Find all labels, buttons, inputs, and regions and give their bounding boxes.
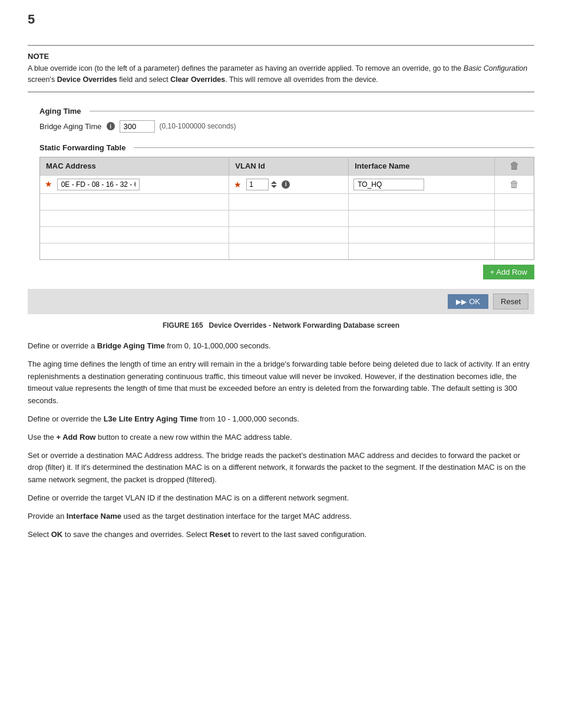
note-text: A blue override icon (to the left of a p… (28, 63, 534, 85)
delete-row-icon[interactable]: 🗑 (510, 179, 519, 189)
empty-mac (40, 210, 229, 226)
empty-mac (40, 193, 229, 210)
body-para-6: Define or override the target VLAN ID if… (28, 492, 534, 505)
vlan-spinner[interactable] (271, 181, 279, 188)
bridge-aging-hint: (0,10-1000000 seconds) (160, 122, 236, 130)
empty-iface (349, 193, 495, 210)
row-delete-cell: 🗑 (495, 175, 534, 193)
empty-vlan (229, 243, 349, 259)
col-interface-name: Interface Name (349, 157, 495, 176)
bridge-aging-info-icon[interactable]: i (107, 122, 115, 130)
ok-button[interactable]: ▶▶ OK (448, 294, 488, 309)
note-box: NOTE A blue override icon (to the left o… (28, 45, 534, 93)
add-row-button[interactable]: + Add Row (483, 265, 534, 279)
body-para-1: Define or override a Bridge Aging Time f… (28, 340, 534, 353)
vlan-input[interactable] (246, 179, 269, 190)
table-row-empty-2 (40, 210, 534, 226)
empty-iface (349, 210, 495, 226)
ok-label: OK (469, 297, 480, 306)
table-row-empty-4 (40, 243, 534, 259)
bridge-aging-label: Bridge Aging Time (39, 122, 102, 131)
body-para-7: Provide an Interface Name used as the ta… (28, 510, 534, 523)
delete-all-icon[interactable]: 🗑 (510, 161, 519, 171)
empty-vlan (229, 193, 349, 210)
ok-arrows-icon: ▶▶ (456, 298, 467, 306)
table-header-row: MAC Address VLAN Id Interface Name 🗑 (40, 157, 534, 176)
add-row-container: + Add Row (39, 265, 534, 285)
aging-section: Aging Time Bridge Aging Time i (0,10-100… (39, 107, 534, 133)
mac-override-star: ★ (45, 179, 52, 189)
empty-del (495, 226, 534, 243)
empty-mac (40, 226, 229, 243)
table-row: ★ ★ i (40, 175, 534, 193)
empty-vlan (229, 210, 349, 226)
empty-del (495, 210, 534, 226)
empty-iface (349, 243, 495, 259)
mac-address-input[interactable] (57, 179, 140, 190)
body-para-8: Select OK to save the changes and overri… (28, 529, 534, 541)
aging-section-label: Aging Time (39, 107, 534, 116)
vlan-spinner-up[interactable] (271, 181, 277, 184)
interface-name-cell (349, 175, 495, 193)
col-vlan-id: VLAN Id (229, 157, 349, 176)
reset-button[interactable]: Reset (493, 294, 528, 309)
static-forwarding-table: MAC Address VLAN Id Interface Name 🗑 ★ (40, 157, 534, 260)
body-para-4: Use the + Add Row button to create a new… (28, 431, 534, 444)
col-mac-address: MAC Address (40, 157, 229, 176)
body-para-5: Set or override a destination MAC Addres… (28, 450, 534, 486)
vlan-override-star: ★ (234, 180, 242, 189)
bridge-aging-input[interactable] (120, 120, 155, 133)
interface-name-input[interactable] (353, 179, 424, 190)
empty-del (495, 193, 534, 210)
col-delete: 🗑 (495, 157, 534, 176)
body-para-3: Define or override the L3e Lite Entry Ag… (28, 413, 534, 426)
body-para-2: The aging time defines the length of tim… (28, 358, 534, 407)
static-table-section: Static Forwarding Table MAC Address VLAN… (39, 143, 534, 286)
figure-caption: FIGURE 165 Device Overrides - Network Fo… (28, 321, 534, 330)
page-number: 5 (28, 12, 534, 27)
action-button-row: ▶▶ OK Reset (28, 289, 534, 314)
empty-mac (40, 243, 229, 259)
empty-iface (349, 226, 495, 243)
vlan-spinner-down[interactable] (271, 185, 277, 188)
empty-vlan (229, 226, 349, 243)
empty-del (495, 243, 534, 259)
vlan-info-icon[interactable]: i (282, 180, 290, 189)
mac-address-cell: ★ (40, 175, 229, 193)
note-title: NOTE (28, 52, 534, 61)
table-row-empty-1 (40, 193, 534, 210)
table-row-empty-3 (40, 226, 534, 243)
static-table-wrapper: MAC Address VLAN Id Interface Name 🗑 ★ (39, 157, 534, 261)
vlan-id-cell: ★ i (229, 175, 349, 193)
aging-row: Bridge Aging Time i (0,10-1000000 second… (39, 120, 534, 133)
static-table-label: Static Forwarding Table (39, 143, 534, 152)
